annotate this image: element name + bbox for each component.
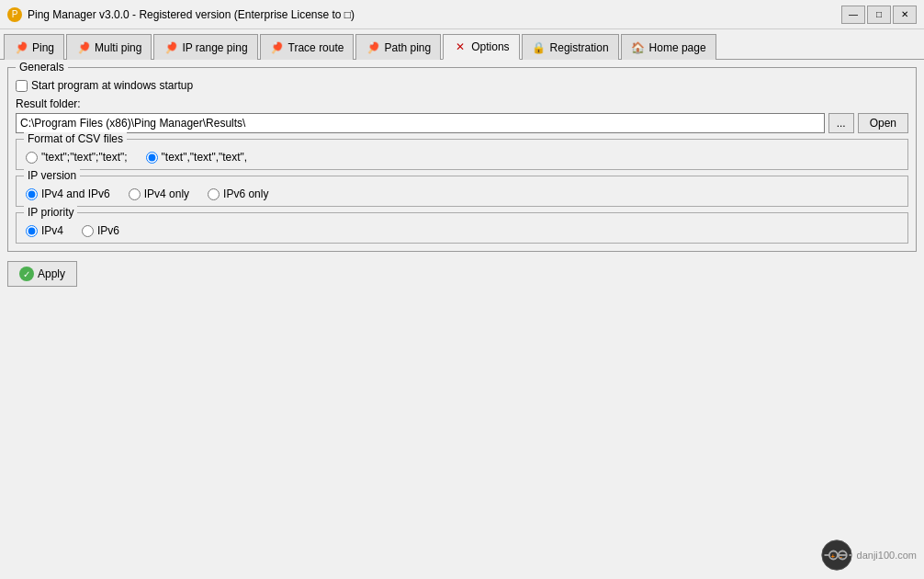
ip-version-option2: IPv4 only	[129, 187, 189, 200]
window-title: Ping Manager v3.0.0 - Registered version…	[28, 8, 841, 21]
csv-option2: "text","text","text",	[146, 151, 248, 164]
tab-ip-range-ping-label: IP range ping	[182, 41, 247, 54]
startup-checkbox-row: Start program at windows startup	[16, 79, 908, 92]
csv-format-title: Format of CSV files	[24, 132, 127, 145]
ip-version-label-2[interactable]: IPv4 only	[144, 187, 189, 200]
result-folder-label: Result folder:	[16, 97, 908, 110]
browse-button[interactable]: ...	[828, 113, 854, 133]
tab-ip-range-ping[interactable]: 🏓 IP range ping	[153, 34, 257, 60]
ip-priority-title: IP priority	[24, 206, 77, 219]
startup-checkbox[interactable]	[16, 80, 28, 92]
tab-trace-route-label: Trace route	[288, 41, 344, 54]
registration-tab-icon: 🔒	[532, 40, 547, 55]
tab-options-label: Options	[471, 40, 509, 53]
ip-priority-radio-row: IPv4 IPv6	[26, 224, 898, 237]
home-page-tab-icon: 🏠	[631, 40, 646, 55]
ip-version-radio-row: IPv4 and IPv6 IPv4 only IPv6 only	[26, 187, 898, 200]
ip-priority-label-2[interactable]: IPv6	[97, 224, 119, 237]
path-ping-tab-icon: 🏓	[366, 40, 380, 55]
ip-priority-radio-2[interactable]	[82, 225, 94, 237]
ip-version-radio-3[interactable]	[208, 188, 220, 200]
ip-priority-group: IP priority IPv4 IPv6	[16, 212, 908, 244]
tab-options[interactable]: ✕ Options	[443, 34, 519, 60]
ip-version-option1: IPv4 and IPv6	[26, 187, 110, 200]
ip-priority-radio-1[interactable]	[26, 225, 38, 237]
tab-home-page[interactable]: 🏠 Home page	[621, 34, 716, 60]
startup-checkbox-label[interactable]: Start program at windows startup	[31, 79, 193, 92]
ip-range-ping-tab-icon: 🏓	[163, 40, 178, 55]
window-controls: — □ ✕	[841, 6, 917, 24]
csv-label-1[interactable]: "text";"text";"text";	[41, 151, 128, 164]
folder-row: ... Open	[16, 113, 908, 133]
tab-ping[interactable]: 🏓 Ping	[4, 34, 64, 60]
generals-group-title: Generals	[16, 61, 68, 74]
svg-text:+: +	[830, 552, 834, 561]
open-button[interactable]: Open	[858, 113, 908, 133]
ip-version-radio-2[interactable]	[129, 188, 141, 200]
ip-version-radio-1[interactable]	[26, 188, 38, 200]
ip-priority-option2: IPv6	[82, 224, 119, 237]
ip-version-label-1[interactable]: IPv4 and IPv6	[41, 187, 110, 200]
close-button[interactable]: ✕	[893, 6, 917, 24]
tab-ping-label: Ping	[32, 41, 54, 54]
tab-registration-label: Registration	[550, 41, 609, 54]
csv-option1: "text";"text";"text";	[26, 151, 128, 164]
watermark-logo: + -	[820, 539, 853, 572]
generals-group: Generals Start program at windows startu…	[7, 67, 917, 252]
tab-home-page-label: Home page	[649, 41, 706, 54]
app-icon: P	[7, 7, 22, 22]
multi-ping-tab-icon: 🏓	[76, 40, 91, 55]
tab-multi-ping[interactable]: 🏓 Multi ping	[66, 34, 152, 60]
csv-format-radio-row: "text";"text";"text"; "text","text","tex…	[26, 151, 898, 164]
tab-path-ping-label: Path ping	[384, 41, 431, 54]
tab-trace-route[interactable]: 🏓 Trace route	[260, 34, 355, 60]
options-tab-icon: ✕	[453, 40, 468, 54]
tab-bar: 🏓 Ping 🏓 Multi ping 🏓 IP range ping 🏓 Tr…	[0, 29, 924, 60]
ping-tab-icon: 🏓	[14, 40, 28, 55]
ip-version-label-3[interactable]: IPv6 only	[223, 187, 268, 200]
csv-radio-1[interactable]	[26, 152, 38, 164]
tab-multi-ping-label: Multi ping	[95, 41, 141, 54]
ip-version-group: IP version IPv4 and IPv6 IPv4 only IPv6 …	[16, 176, 908, 207]
maximize-button[interactable]: □	[867, 6, 891, 24]
apply-button-label: Apply	[38, 267, 65, 280]
trace-route-tab-icon: 🏓	[270, 40, 285, 55]
ip-priority-label-1[interactable]: IPv4	[41, 224, 63, 237]
title-bar: P Ping Manager v3.0.0 - Registered versi…	[0, 0, 924, 29]
apply-icon: ✓	[19, 267, 34, 281]
ip-version-title: IP version	[24, 169, 80, 182]
csv-label-2[interactable]: "text","text","text",	[162, 151, 248, 164]
ip-version-option3: IPv6 only	[208, 187, 268, 200]
csv-format-group: Format of CSV files "text";"text";"text"…	[16, 139, 908, 170]
watermark-text: danji100.com	[857, 550, 917, 561]
tab-path-ping[interactable]: 🏓 Path ping	[355, 34, 441, 60]
main-content: Generals Start program at windows startu…	[0, 60, 924, 579]
watermark: + - danji100.com	[820, 539, 917, 572]
csv-radio-2[interactable]	[146, 152, 158, 164]
tab-registration[interactable]: 🔒 Registration	[522, 34, 619, 60]
minimize-button[interactable]: —	[841, 6, 865, 24]
result-folder-input[interactable]	[16, 113, 825, 133]
apply-button[interactable]: ✓ Apply	[7, 261, 77, 287]
ip-priority-option1: IPv4	[26, 224, 63, 237]
